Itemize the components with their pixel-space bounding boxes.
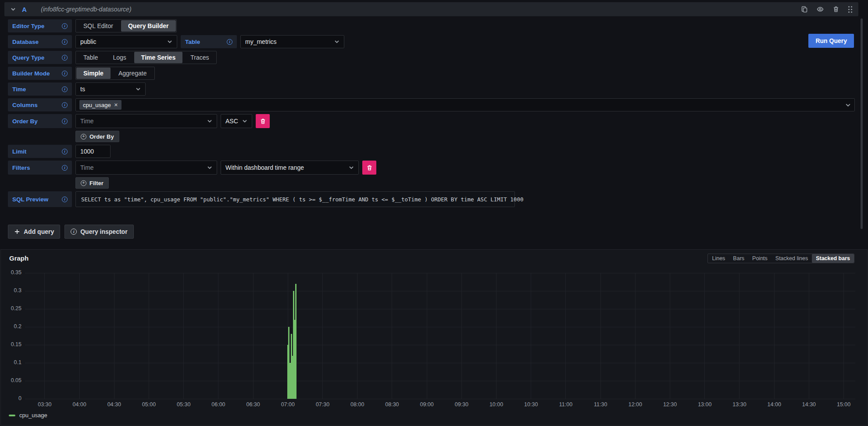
chevron-down-icon xyxy=(207,118,212,124)
graph-mode-toggle-option-points[interactable]: Points xyxy=(748,254,772,263)
field-label-text: Database xyxy=(12,39,39,45)
y-tick-label: 0.2 xyxy=(1,323,21,329)
legend-swatch xyxy=(9,415,15,416)
time-column-select[interactable]: ts xyxy=(75,82,146,96)
eye-icon[interactable] xyxy=(817,6,824,13)
database-select[interactable]: public xyxy=(75,35,177,48)
grid-line xyxy=(496,273,497,399)
remove-column-icon[interactable] xyxy=(114,103,118,107)
scrollbar[interactable] xyxy=(861,18,863,229)
grid-line xyxy=(461,273,462,399)
run-query-button[interactable]: Run Query xyxy=(808,34,854,48)
query-ref-id: A xyxy=(22,6,27,13)
grid-line xyxy=(357,273,357,399)
filter-value-select[interactable]: Within dashboard time range xyxy=(221,161,359,175)
info-icon[interactable] xyxy=(62,55,68,61)
info-icon[interactable] xyxy=(62,118,68,124)
query-type-group: TableLogsTime SeriesTraces xyxy=(75,51,217,64)
columns-input[interactable]: cpu_usage xyxy=(75,98,855,111)
x-tick-label: 10:00 xyxy=(489,401,503,408)
field-label-columns: Columns xyxy=(8,98,72,111)
x-tick-label: 11:30 xyxy=(594,401,607,408)
grid-line xyxy=(183,273,184,399)
plus-circle-icon xyxy=(81,134,86,140)
info-icon[interactable] xyxy=(62,23,68,29)
grid-line xyxy=(774,273,775,399)
editor-type-group-option-query-builder[interactable]: Query Builder xyxy=(121,20,176,32)
add-query-label: Add query xyxy=(24,228,54,235)
info-icon[interactable] xyxy=(62,71,68,76)
order-direction-select[interactable]: ASC xyxy=(221,114,252,128)
info-icon[interactable] xyxy=(62,102,68,108)
chevron-down-icon xyxy=(845,102,851,108)
x-tick-label: 07:00 xyxy=(281,401,295,408)
field-label-text: Time xyxy=(12,86,26,93)
x-tick-label: 04:30 xyxy=(107,401,121,408)
plus-circle-icon xyxy=(81,180,86,186)
grid-line xyxy=(218,273,218,399)
x-tick-label: 09:00 xyxy=(420,401,433,408)
builder-mode-group-option-simple[interactable]: Simple xyxy=(76,68,111,79)
graph-mode-toggle-option-bars[interactable]: Bars xyxy=(729,254,748,263)
drag-handle-icon[interactable] xyxy=(848,6,852,13)
grid-line xyxy=(25,309,855,309)
info-icon[interactable] xyxy=(62,165,68,171)
info-icon[interactable] xyxy=(62,86,68,92)
field-label-database: Database xyxy=(8,35,72,48)
select-value: public xyxy=(80,38,96,45)
grid-line xyxy=(114,273,114,399)
plot-area[interactable] xyxy=(25,273,855,399)
row-time: Time ts xyxy=(8,82,855,96)
query-type-group-option-traces[interactable]: Traces xyxy=(183,52,216,63)
remove-filter-button[interactable] xyxy=(362,161,376,175)
query-inspector-button[interactable]: Query inspector xyxy=(64,225,133,239)
grid-line xyxy=(392,273,392,399)
info-icon[interactable] xyxy=(62,197,68,202)
add-query-button[interactable]: Add query xyxy=(8,225,60,239)
field-label-text: Order By xyxy=(12,118,38,125)
chevron-down-icon[interactable] xyxy=(11,7,16,12)
builder-mode-group: SimpleAggregate xyxy=(75,67,155,80)
y-tick-label: 0.15 xyxy=(1,341,21,347)
graph-mode-toggle-option-stacked-lines[interactable]: Stacked lines xyxy=(772,254,812,263)
editor-type-group-option-sql-editor[interactable]: SQL Editor xyxy=(76,20,120,32)
legend-item-cpu-usage[interactable]: cpu_usage xyxy=(9,412,47,419)
x-tick-label: 10:30 xyxy=(524,401,538,408)
info-circle-icon xyxy=(71,229,77,235)
field-label-text: Editor Type xyxy=(12,23,44,29)
y-tick-label: 0.25 xyxy=(1,305,21,311)
grid-line xyxy=(809,273,809,399)
filter-field-select[interactable]: Time xyxy=(75,161,217,175)
query-editor-card: A (info8fcc-greptimedb-datasource) Run Q… xyxy=(4,2,858,239)
query-type-group-option-table[interactable]: Table xyxy=(76,52,105,63)
builder-mode-group-option-aggregate[interactable]: Aggregate xyxy=(111,68,154,79)
info-icon[interactable] xyxy=(227,39,232,45)
add-filter-button[interactable]: Filter xyxy=(75,177,109,189)
row-database-table: Database public Table my_metrics xyxy=(8,35,855,48)
order-by-field-select[interactable]: Time xyxy=(75,114,217,128)
x-tick-label: 11:00 xyxy=(559,401,572,408)
field-label-text: Columns xyxy=(12,102,38,108)
y-tick-label: 0.35 xyxy=(1,269,21,276)
info-icon[interactable] xyxy=(62,149,68,154)
query-type-group-option-logs[interactable]: Logs xyxy=(106,52,133,63)
editor-type-group: SQL EditorQuery Builder xyxy=(75,19,177,32)
limit-input[interactable] xyxy=(75,145,111,158)
remove-order-by-button[interactable] xyxy=(256,114,270,128)
info-icon[interactable] xyxy=(62,39,68,45)
grid-line xyxy=(600,273,601,399)
graph-mode-toggle-option-lines[interactable]: Lines xyxy=(708,254,729,263)
field-label-text: SQL Preview xyxy=(12,196,48,203)
add-order-by-button[interactable]: Order By xyxy=(75,131,119,142)
query-type-group-option-time-series[interactable]: Time Series xyxy=(134,52,182,63)
x-tick-label: 08:30 xyxy=(385,401,399,408)
column-tag[interactable]: cpu_usage xyxy=(79,100,121,110)
trash-icon[interactable] xyxy=(832,6,839,13)
x-tick-label: 09:30 xyxy=(455,401,468,408)
bar-cpu_usage xyxy=(295,284,296,399)
query-header[interactable]: A (info8fcc-greptimedb-datasource) xyxy=(4,2,858,16)
row-editor-type: Editor Type SQL EditorQuery Builder xyxy=(8,19,855,32)
duplicate-icon[interactable] xyxy=(801,6,808,13)
table-select[interactable]: my_metrics xyxy=(240,35,344,48)
graph-mode-toggle-option-stacked-bars[interactable]: Stacked bars xyxy=(812,254,854,263)
